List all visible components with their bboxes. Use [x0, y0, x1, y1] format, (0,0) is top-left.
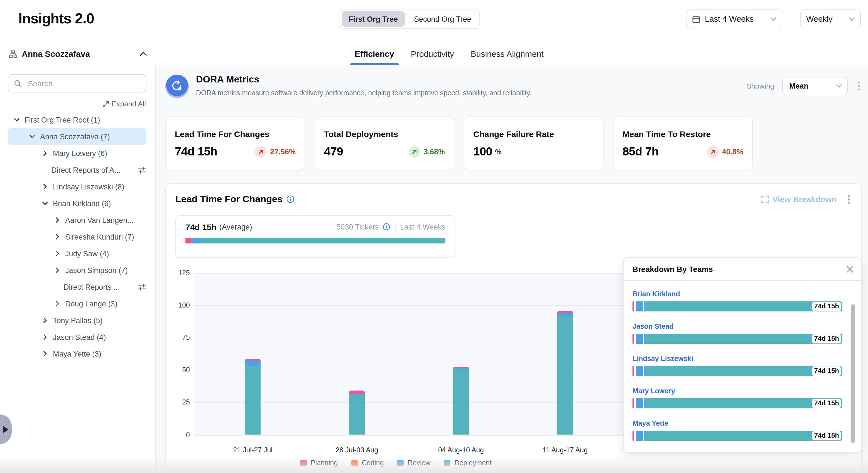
chart-legend: PlanningCodingReviewDeployment: [194, 459, 597, 467]
x-axis-label: 28 Jul-03 Aug: [318, 446, 396, 454]
granularity-select[interactable]: Weekly: [800, 9, 861, 28]
trend-up-arrow-icon: [255, 146, 267, 157]
chevron-down-icon: [836, 84, 842, 88]
chevron-right-icon[interactable]: [42, 184, 48, 189]
sidebar-header[interactable]: Anna Scozzafava: [0, 42, 156, 65]
phase-segment-deployment: [199, 238, 445, 243]
tree-item-direct-reports-of-a[interactable]: Direct Reports of A...: [8, 161, 147, 178]
tab-productivity[interactable]: Productivity: [410, 42, 455, 65]
tree-item-anna-scozzafava-7[interactable]: Anna Scozzafava (7): [8, 128, 147, 145]
team-name-link[interactable]: Maya Yette: [632, 419, 842, 427]
tree-item-jason-stead-4[interactable]: Jason Stead (4): [8, 329, 147, 346]
info-icon[interactable]: [382, 223, 390, 231]
chevron-down-icon[interactable]: [14, 117, 20, 123]
metric-title: Change Failure Rate: [473, 129, 594, 139]
panel-scrollbar-thumb[interactable]: [851, 304, 855, 443]
lead-time-menu-button[interactable]: [845, 193, 852, 206]
metric-value: 100: [473, 145, 492, 158]
chevron-right-icon[interactable]: [55, 267, 60, 273]
legend-item-deployment[interactable]: Deployment: [444, 459, 492, 467]
tree-item-first-org-tree-root-1[interactable]: First Org Tree Root (1): [8, 112, 147, 128]
chevron-right-icon[interactable]: [42, 318, 48, 323]
average-phase-bar: [185, 238, 445, 243]
team-name-link[interactable]: Jason Stead: [632, 323, 842, 330]
app: Insights 2.0 First Org Tree Second Org T…: [0, 0, 868, 473]
legend-item-planning[interactable]: Planning: [300, 459, 338, 467]
view-breakdown-button[interactable]: View Breakdown: [761, 195, 837, 204]
delta-percentage: 3.68%: [424, 147, 445, 156]
chevron-right-icon[interactable]: [42, 334, 48, 340]
tree-item-label: First Org Tree Root (1): [25, 116, 100, 124]
date-range-value: Last 4 Weeks: [705, 14, 753, 23]
filters-icon[interactable]: [138, 283, 147, 291]
tree-item-label: Direct Reports of A...: [51, 166, 121, 174]
legend-item-coding[interactable]: Coding: [351, 459, 383, 467]
chevron-right-icon[interactable]: [42, 150, 48, 156]
main-tabs: EfficiencyProductivityBusiness Alignment: [156, 42, 868, 65]
showing-select[interactable]: Mean: [782, 77, 848, 95]
date-range-select[interactable]: Last 4 Weeks: [686, 9, 782, 28]
close-icon[interactable]: [846, 265, 854, 273]
toggle-divider: [406, 12, 406, 26]
chevron-up-icon[interactable]: [140, 51, 147, 56]
toggle-first-org-tree[interactable]: First Org Tree: [342, 11, 404, 27]
chevron-right-icon[interactable]: [55, 217, 60, 223]
tree-item-label: Jason Simpson (7): [65, 266, 128, 274]
info-icon[interactable]: [286, 195, 295, 204]
phase-segment-planning: [185, 238, 191, 243]
metric-title: Lead Time For Changes: [175, 129, 296, 139]
tree-item-jason-simpson-7[interactable]: Jason Simpson (7): [8, 262, 147, 278]
legend-item-review[interactable]: Review: [397, 459, 431, 467]
legend-swatch: [300, 460, 307, 466]
chevron-down-icon[interactable]: [30, 134, 35, 139]
metric-cards-row: Lead Time For Changes74d 15h27.56%Total …: [165, 116, 862, 171]
chevron-right-icon[interactable]: [55, 251, 60, 256]
tree-item-doug-lange-3[interactable]: Doug Lange (3): [8, 295, 147, 312]
tree-item-sireesha-kunduri-7[interactable]: Sireesha Kunduri (7): [8, 229, 147, 245]
chevron-right-icon[interactable]: [42, 351, 48, 357]
tickets-count: 5030 Tickets: [336, 223, 379, 231]
tree-item-label: Doug Lange (3): [65, 299, 118, 308]
team-name-link[interactable]: Mary Lowery: [632, 387, 842, 395]
team-name-link[interactable]: Lindsay Liszewski: [632, 355, 842, 363]
calendar-icon: [692, 15, 701, 23]
tree-item-label: Sireesha Kunduri (7): [65, 233, 134, 241]
average-value: 74d 15h: [185, 222, 217, 232]
bar-segment-review: [636, 366, 643, 376]
tree-item-mary-lowery-6[interactable]: Mary Lowery (6): [8, 145, 147, 161]
section-title: Lead Time For Changes: [175, 194, 283, 205]
chevron-right-icon[interactable]: [55, 301, 60, 306]
tree-item-direct-reports[interactable]: Direct Reports ...: [8, 278, 147, 295]
view-breakdown-label: View Breakdown: [773, 195, 837, 204]
tree-item-lindsay-liszewski-8[interactable]: Lindsay Liszewski (8): [8, 178, 147, 195]
legend-label: Planning: [311, 459, 338, 467]
tree-item-tony-pallas-5[interactable]: Tony Pallas (5): [8, 312, 147, 329]
breakdown-by-teams-panel: Breakdown By Teams Brian Kirkland74d 15h…: [623, 257, 862, 453]
showing-label: Showing: [746, 82, 774, 90]
sidebar-search[interactable]: [8, 74, 147, 92]
tree-item-judy-saw-4[interactable]: Judy Saw (4): [8, 245, 147, 262]
bar-segment-planning: [453, 367, 469, 368]
filters-icon[interactable]: [138, 166, 147, 174]
trend-up-arrow-icon: [707, 146, 718, 157]
toggle-second-org-tree[interactable]: Second Org Tree: [407, 11, 478, 27]
bar-segment-planning: [349, 391, 365, 394]
team-name-link[interactable]: Brian Kirkland: [632, 290, 842, 298]
team-value-label: 74d 15h: [813, 366, 841, 376]
tab-business-alignment[interactable]: Business Alignment: [470, 42, 545, 65]
tree-item-aaron-van-langen[interactable]: Aaron Van Langen...: [8, 212, 147, 229]
delta-badge: 27.56%: [255, 146, 296, 157]
tree-item-label: Aaron Van Langen...: [65, 216, 134, 224]
chevron-right-icon[interactable]: [55, 234, 60, 240]
x-axis-label: 11 Aug-17 Aug: [526, 446, 604, 454]
team-value-label: 74d 15h: [813, 398, 841, 408]
tree-item-maya-yette-3[interactable]: Maya Yette (3): [8, 346, 147, 362]
dora-menu-button[interactable]: [856, 80, 862, 93]
tree-item-brian-kirkland-6[interactable]: Brian Kirkland (6): [8, 195, 147, 212]
org-tree-sidebar: Expand All First Org Tree Root (1)Anna S…: [0, 65, 156, 473]
tab-efficiency[interactable]: Efficiency: [353, 42, 395, 65]
chevron-down-icon[interactable]: [42, 201, 48, 206]
tree-item-label: Judy Saw (4): [65, 249, 109, 258]
search-input[interactable]: [27, 78, 140, 88]
expand-all-button[interactable]: Expand All: [0, 100, 146, 108]
